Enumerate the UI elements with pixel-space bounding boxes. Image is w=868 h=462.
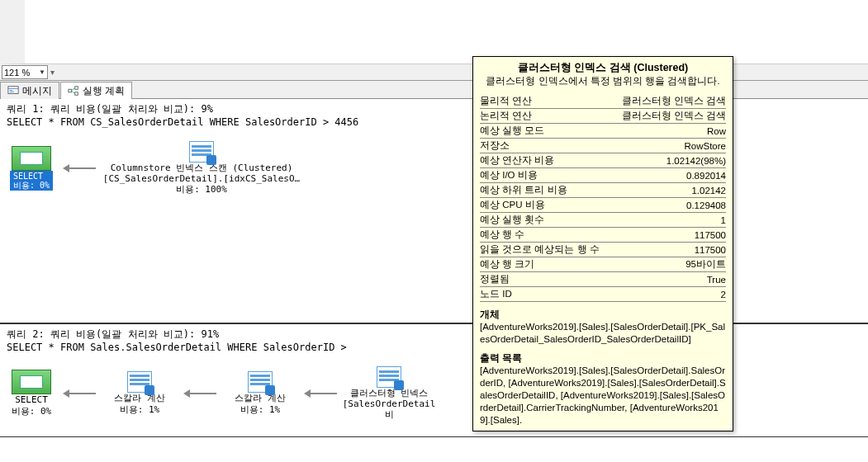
svg-line-8 — [71, 91, 74, 94]
tooltip-row: 예상 실행 횟수1 — [480, 213, 726, 228]
prop-key: 읽을 것으로 예상되는 행 수 — [480, 243, 611, 257]
columnstore-icon — [189, 141, 214, 163]
chevron-down-icon: ▼ — [39, 68, 45, 76]
prop-value: 117500 — [611, 243, 726, 257]
prop-key: 예상 행 크기 — [480, 257, 611, 272]
arrow-icon — [183, 389, 216, 398]
seek-l1: 클러스터형 빈넥스 — [350, 388, 429, 398]
select-cost-2: 비용: 0% — [12, 406, 52, 417]
tooltip-object-body: [AdventureWorks2019].[Sales].[SalesOrder… — [480, 321, 726, 346]
green-table-icon — [20, 152, 43, 165]
prop-value: 2 — [611, 287, 726, 302]
tooltip-properties: 물리적 연산클러스터형 인덱스 검색논리적 연산클러스터형 인덱스 검색예상 실… — [480, 94, 726, 302]
columnstore-scan-operator[interactable]: Columnstore 빈넥스 스캔 (Clustered) [CS_Sales… — [102, 141, 301, 196]
prop-value: 1 — [611, 213, 726, 228]
prop-key: 예상 연산자 비용 — [480, 153, 611, 168]
prop-value: True — [611, 272, 726, 287]
arrow-icon — [63, 163, 96, 173]
clustered-seek-operator[interactable]: 클러스터형 빈넥스 [SalesOrderDetail 비 — [344, 366, 434, 421]
tab-messages[interactable]: 메시지 — [0, 82, 59, 99]
scalar-icon — [127, 371, 152, 393]
tooltip-row: 물리적 연산클러스터형 인덱스 검색 — [480, 94, 726, 109]
prop-key: 예상 행 수 — [480, 228, 611, 243]
prop-value: 1.02142(98%) — [611, 153, 726, 168]
arrow-icon — [63, 389, 96, 398]
tooltip-row: 예상 연산자 비용1.02142(98%) — [480, 153, 726, 168]
prop-key: 예상 하위 트리 비용 — [480, 183, 611, 198]
messages-icon — [7, 85, 19, 97]
tooltip-row: 예상 CPU 비용0.129408 — [480, 198, 726, 213]
scalar-compute-1[interactable]: 스칼라 계산 비용: 1% — [102, 371, 177, 414]
prop-key: 노드 ID — [480, 287, 611, 302]
svg-rect-4 — [69, 89, 72, 92]
tooltip-row: 논리적 연산클러스터형 인덱스 검색 — [480, 109, 726, 124]
svg-rect-5 — [75, 87, 78, 90]
scalar-compute-2[interactable]: 스칼라 계산 비용: 1% — [223, 371, 297, 414]
op-label-1: Columnstore 빈넥스 스캔 (Clustered) — [111, 163, 293, 173]
scalar2-l1: 스칼라 계산 — [235, 393, 286, 403]
green-table-icon — [20, 375, 43, 389]
select-label: SELECT — [13, 172, 50, 181]
select-operator-2[interactable]: SELECT 비용: 0% — [7, 370, 56, 416]
select-cost: 비용: 0% — [13, 181, 50, 190]
tooltip-title: 클러스터형 인덱스 검색 (Clustered) — [480, 61, 726, 75]
tooltip-row: 예상 하위 트리 비용1.02142 — [480, 183, 726, 198]
tooltip-row: 예상 행 수117500 — [480, 228, 726, 243]
op-label-3: 비용: 100% — [176, 184, 227, 195]
scalar-icon — [248, 371, 273, 393]
svg-line-7 — [71, 88, 74, 92]
prop-value: RowStore — [611, 139, 726, 153]
table-seek-icon — [377, 366, 401, 388]
tooltip-row: 저장소RowStore — [480, 139, 726, 153]
scalar1-l2: 비용: 1% — [120, 404, 160, 415]
tooltip-row: 예상 I/O 비용0.892014 — [480, 168, 726, 183]
zoom-combo[interactable]: 121 % ▼ — [2, 65, 48, 79]
select-operator[interactable]: SELECT 비용: 0% — [7, 146, 56, 191]
scalar1-l1: 스칼라 계산 — [114, 393, 165, 403]
prop-key: 예상 실행 모드 — [480, 124, 611, 139]
svg-rect-3 — [10, 92, 14, 92]
prop-value: 0.129408 — [611, 198, 726, 213]
prop-key: 저장소 — [480, 139, 611, 153]
prop-key: 예상 I/O 비용 — [480, 168, 611, 183]
tooltip-subtitle: 클러스터형 인덱스에서 특정 범위의 행을 검색합니다. — [480, 75, 726, 87]
prop-key: 예상 CPU 비용 — [480, 198, 611, 213]
prop-value: 117500 — [611, 228, 726, 243]
tab-plan-label: 실행 계획 — [83, 84, 125, 98]
tooltip-output-body: [AdventureWorks2019].[Sales].[SalesOrder… — [480, 365, 726, 427]
prop-key: 예상 실행 횟수 — [480, 213, 611, 228]
prop-value: 클러스터형 인덱스 검색 — [611, 94, 726, 109]
prop-value: 클러스터형 인덱스 검색 — [611, 109, 726, 124]
seek-l3: 비 — [385, 409, 394, 420]
tooltip-object-header: 개체 — [480, 309, 726, 321]
tooltip-row: 읽을 것으로 예상되는 행 수117500 — [480, 243, 726, 257]
select-label-2: SELECT — [15, 394, 48, 405]
tooltip-output-header: 출력 목록 — [480, 352, 726, 365]
tooltip-row: 노드 ID2 — [480, 287, 726, 302]
results-tabs: 메시지 실행 계획 — [0, 81, 868, 99]
query-2-block: 쿼리 2: 쿼리 비용(일괄 처리와 비교): 91% SELECT * FRO… — [0, 323, 868, 437]
prop-value: 0.892014 — [611, 168, 726, 183]
prop-value: Row — [611, 124, 726, 139]
op-label-2: [CS_SalesOrderDetail].[idxCS_SalesO… — [103, 173, 300, 184]
operator-tooltip: 클러스터형 인덱스 검색 (Clustered) 클러스터형 인덱스에서 특정 … — [472, 56, 733, 431]
svg-rect-6 — [75, 92, 78, 96]
execution-plan-area: 쿼리 1: 쿼리 비용(일괄 처리와 비교): 9% SELECT * FROM… — [0, 99, 868, 437]
tooltip-row: 정렬됨True — [480, 272, 726, 287]
svg-rect-2 — [10, 90, 13, 91]
tooltip-row: 예상 행 크기95바이트 — [480, 257, 726, 272]
arrow-icon — [304, 389, 337, 398]
prop-key: 논리적 연산 — [480, 109, 611, 124]
prop-value: 95바이트 — [611, 257, 726, 272]
tab-messages-label: 메시지 — [22, 84, 52, 98]
tooltip-row: 예상 실행 모드Row — [480, 124, 726, 139]
prop-value: 1.02142 — [611, 183, 726, 198]
prop-key: 정렬됨 — [480, 272, 611, 287]
scalar2-l2: 비용: 1% — [240, 404, 281, 415]
tab-execution-plan[interactable]: 실행 계획 — [60, 82, 132, 99]
prop-key: 물리적 연산 — [480, 94, 611, 109]
plan-icon — [68, 85, 79, 97]
editor-gutter — [0, 0, 868, 64]
query-1-block: 쿼리 1: 쿼리 비용(일괄 처리와 비교): 9% SELECT * FROM… — [0, 99, 868, 323]
chevron-icon[interactable]: ▾ — [48, 68, 57, 77]
